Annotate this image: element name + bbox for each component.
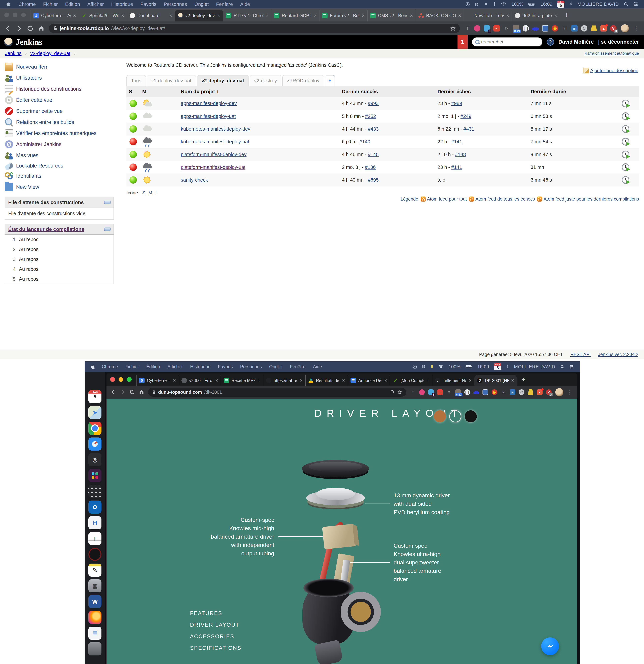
tab-close-icon[interactable]: × xyxy=(257,378,261,383)
executor-alert-badge[interactable]: 1 xyxy=(458,35,468,49)
tab-close-icon[interactable]: × xyxy=(427,378,430,383)
add-description-link[interactable]: Ajouter une description xyxy=(590,68,638,73)
col-header-status[interactable]: S xyxy=(126,86,140,97)
extension-icon[interactable]: ▣ xyxy=(510,389,515,395)
menu-item[interactable]: Fenêtre xyxy=(216,1,233,7)
spotlight-search-icon[interactable] xyxy=(624,2,628,6)
browser-tab[interactable]: CMS v2 - Benchm × xyxy=(368,10,416,21)
sidebar-item-label[interactable]: Nouveau Item xyxy=(16,64,48,70)
tab-close-icon[interactable]: × xyxy=(217,13,220,18)
sidebar-item[interactable]: Vérifier les empreintes numériques xyxy=(0,128,119,139)
browser-tab[interactable]: RTD v2 - Chronog × xyxy=(223,10,271,21)
menu-item[interactable]: Historique xyxy=(111,1,133,7)
sidebar-item[interactable]: Éditer cette vue xyxy=(0,95,119,106)
view-tab[interactable]: Tous xyxy=(126,75,146,86)
jenkins-logo-icon[interactable] xyxy=(4,38,13,46)
schedule-build-icon[interactable] xyxy=(622,150,629,158)
forward-button[interactable] xyxy=(16,25,22,32)
breadcrumb-jenkins[interactable]: Jenkins xyxy=(5,50,21,56)
wifi-icon[interactable] xyxy=(438,365,443,369)
menu-user-name[interactable]: MOLLIERE DAVID xyxy=(577,1,619,7)
bookmark-star-icon[interactable] xyxy=(397,390,402,395)
build-status-ball[interactable] xyxy=(129,138,137,145)
build-status-ball[interactable] xyxy=(129,112,137,120)
success-build-link[interactable]: #695 xyxy=(368,177,379,183)
chrome-menu-icon[interactable]: ⋮ xyxy=(633,25,639,32)
extension-icon[interactable]: ▣ xyxy=(571,25,578,32)
sidebar-item-label[interactable]: Vérifier les empreintes numériques xyxy=(16,130,97,136)
sidebar-item[interactable]: Mes vues xyxy=(0,150,119,161)
menu-item[interactable]: Aide xyxy=(240,1,250,7)
window-close-button[interactable] xyxy=(4,13,9,17)
bolt-icon[interactable] xyxy=(413,365,417,369)
browser-tab[interactable]: v2-deploy_dev-ua × xyxy=(175,10,223,21)
clock-time[interactable]: 16:09 xyxy=(541,1,552,7)
extension-icon[interactable]: VX xyxy=(546,389,552,395)
tab-close-icon[interactable]: × xyxy=(342,378,345,383)
tab-close-icon[interactable]: × xyxy=(73,13,76,18)
col-header-last-fail[interactable]: Dernier échec xyxy=(435,86,528,97)
legend-link[interactable]: Légende xyxy=(401,196,418,202)
sidebar-item-label[interactable]: Éditer cette vue xyxy=(16,97,52,103)
atom-feed-all[interactable]: Atom feed pour tout xyxy=(427,196,467,202)
profile-avatar[interactable] xyxy=(555,388,563,396)
address-bar[interactable]: jenkins-tools.rtdxp.io/view/v2-deploy_de… xyxy=(49,24,460,33)
home-button[interactable] xyxy=(139,389,144,395)
sidebar-item[interactable]: Nouveau Item xyxy=(0,61,119,72)
atom-feed-latest[interactable]: Atom feed juste pour les dernières compi… xyxy=(543,196,639,202)
tab-close-icon[interactable]: × xyxy=(169,13,172,18)
section-nav-link[interactable]: DRIVER LAYOUT xyxy=(190,622,241,628)
swatch-black[interactable] xyxy=(465,410,477,422)
back-button[interactable] xyxy=(5,25,12,32)
atom-feed-failures[interactable]: Atom feed de tous les échecs xyxy=(475,196,535,202)
sidebar-item-label[interactable]: Mes vues xyxy=(16,152,38,159)
extension-icon[interactable]: ▴ xyxy=(537,389,542,395)
extension-icon[interactable]: 8 xyxy=(428,389,434,395)
control-center-icon[interactable] xyxy=(569,365,574,369)
extension-icon[interactable]: 6.42 xyxy=(455,389,461,395)
sidebar-item[interactable]: Identifiants xyxy=(0,170,119,182)
tab-close-icon[interactable]: × xyxy=(384,378,387,383)
messenger-bubble[interactable] xyxy=(541,637,559,655)
tab-close-icon[interactable]: × xyxy=(121,13,124,18)
extension-icon[interactable] xyxy=(528,389,534,395)
browser-tab[interactable]: Forum v2 - Bench × xyxy=(319,10,368,21)
browser-tab[interactable]: ✓ Sprint#26 - Wrike × xyxy=(79,10,127,21)
extension-icon[interactable]: ▴ xyxy=(600,25,607,32)
chrome-menu-icon[interactable]: ⋮ xyxy=(567,389,573,396)
safari[interactable] xyxy=(88,437,102,451)
extension-icon[interactable]: 0.49 xyxy=(513,25,519,32)
calendar-menu-icon[interactable]: MER5 xyxy=(557,1,564,8)
menu-item[interactable]: Fenêtre xyxy=(290,364,305,369)
view-tab[interactable]: v1-deploy_dev-uat xyxy=(147,75,196,86)
success-build-link[interactable]: #145 xyxy=(368,152,379,157)
jenkins-logo-text[interactable]: Jenkins xyxy=(16,37,42,47)
profile-avatar[interactable] xyxy=(621,24,629,33)
extension-icon[interactable]: ✋ xyxy=(552,25,558,32)
job-link[interactable]: plateform-manifest-deploy-uat xyxy=(181,165,245,170)
bluetooth-icon[interactable] xyxy=(506,365,509,369)
fail-build-link[interactable]: #989 xyxy=(451,101,462,106)
job-link[interactable]: apps-manifest-deploy-dev xyxy=(181,101,237,106)
extension-icon[interactable] xyxy=(474,389,479,395)
fail-build-link[interactable]: #141 xyxy=(451,165,462,170)
job-link[interactable]: plateform-manifest-deploy-dev xyxy=(181,152,247,157)
extension-icon[interactable] xyxy=(474,25,480,32)
slack[interactable] xyxy=(88,469,102,482)
menu-item[interactable]: Afficher xyxy=(87,1,104,7)
success-build-link[interactable]: #433 xyxy=(368,126,379,132)
menu-item[interactable]: Personnes xyxy=(164,1,187,7)
browser-tab[interactable]: BACKLOG COMM × xyxy=(416,10,464,21)
tab-close-icon[interactable]: × xyxy=(300,378,303,383)
bolt-icon[interactable] xyxy=(465,2,470,6)
menu-item[interactable]: Chrome xyxy=(102,364,118,369)
menu-item[interactable]: Afficher xyxy=(168,364,183,369)
browser-tab[interactable]: Recette MVP × xyxy=(221,375,263,386)
new-tab-button[interactable]: + xyxy=(517,376,530,383)
tab-close-icon[interactable]: × xyxy=(410,13,413,18)
job-link[interactable]: sanity-check xyxy=(181,177,208,183)
extension-icon[interactable] xyxy=(591,25,597,31)
view-tab[interactable]: v2-deploy_dev-uat xyxy=(197,75,249,86)
icon-size-s[interactable]: S xyxy=(142,190,145,195)
logged-in-user[interactable]: David Mollière xyxy=(559,39,594,45)
